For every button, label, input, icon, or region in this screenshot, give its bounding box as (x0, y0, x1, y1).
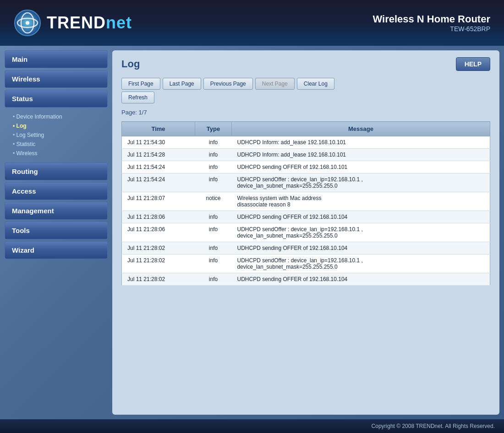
log-time: Jul 11 21:54:30 (122, 136, 195, 149)
log-message: UDHCPD sending OFFER of 192.168.10.101 (232, 161, 490, 173)
content-area: Log HELP First Page Last Page Previous P… (112, 50, 499, 415)
sidebar-item-main[interactable]: Main (5, 50, 108, 68)
col-header-message: Message (232, 122, 490, 136)
log-time: Jul 11 21:28:06 (122, 223, 195, 242)
log-message: UDHCPD sending OFFER of 192.168.10.104 (232, 273, 490, 286)
sidebar-item-wizard[interactable]: Wizard (5, 241, 108, 259)
sidebar-item-log[interactable]: Log (5, 121, 108, 130)
clear-log-button[interactable]: Clear Log (297, 78, 334, 90)
table-row: Jul 11 21:28:06infoUDHCPD sending OFFER … (122, 211, 490, 223)
log-time: Jul 11 21:28:02 (122, 242, 195, 254)
log-time: Jul 11 21:28:02 (122, 273, 195, 286)
device-name: Wireless N Home Router (373, 13, 490, 25)
sidebar-item-device-information[interactable]: Device Information (5, 112, 108, 121)
log-message: UDHCPD sending OFFER of 192.168.10.104 (232, 211, 490, 223)
table-row: Jul 11 21:28:02infoUDHCPD sending OFFER … (122, 273, 490, 286)
log-message: Wireless system with Mac address disasso… (232, 192, 490, 211)
log-type: info (195, 242, 232, 254)
log-type: notice (195, 192, 232, 211)
svg-point-3 (26, 21, 29, 25)
refresh-button[interactable]: Refresh (121, 92, 154, 103)
log-message: UDHCPD sendOffer : device_lan_ip=192.168… (232, 223, 490, 242)
log-message: UDHCPD sending OFFER of 192.168.10.104 (232, 242, 490, 254)
status-submenu: Device Information Log Log Setting Stati… (5, 109, 108, 161)
log-type: info (195, 273, 232, 286)
log-time: Jul 11 21:28:06 (122, 211, 195, 223)
device-info: Wireless N Home Router TEW-652BRP (373, 13, 490, 32)
table-row: Jul 11 21:28:02infoUDHCPD sending OFFER … (122, 242, 490, 254)
sidebar-item-log-setting[interactable]: Log Setting (5, 130, 108, 140)
footer: Copyright © 2008 TRENDnet. All Rights Re… (0, 419, 504, 433)
logo-text: TRENDnet (47, 13, 132, 32)
table-row: Jul 11 21:28:06infoUDHCPD sendOffer : de… (122, 223, 490, 242)
header: TRENDnet Wireless N Home Router TEW-652B… (0, 0, 504, 46)
col-header-time: Time (122, 122, 195, 136)
main-layout: Main Wireless Status Device Information … (0, 46, 504, 419)
sidebar-item-statistic[interactable]: Statistic (5, 140, 108, 149)
col-header-type: Type (195, 122, 232, 136)
help-button[interactable]: HELP (456, 57, 490, 71)
table-row: Jul 11 21:28:02infoUDHCPD sendOffer : de… (122, 254, 490, 273)
log-type: info (195, 161, 232, 173)
first-page-button[interactable]: First Page (121, 78, 160, 90)
logo-area: TRENDnet (14, 9, 132, 37)
sidebar-item-routing[interactable]: Routing (5, 162, 108, 180)
log-type: info (195, 254, 232, 273)
logo-net: net (106, 13, 132, 32)
table-row: Jul 11 21:54:30infoUDHCPD Inform: add_le… (122, 136, 490, 149)
log-message: UDHCPD sendOffer : device_lan_ip=192.168… (232, 254, 490, 273)
previous-page-button[interactable]: Previous Page (203, 78, 253, 90)
table-row: Jul 11 21:54:28infoUDHCPD Inform: add_le… (122, 149, 490, 161)
table-row: Jul 11 21:28:07noticeWireless system wit… (122, 192, 490, 211)
log-type: info (195, 223, 232, 242)
table-row: Jul 11 21:54:24infoUDHCPD sending OFFER … (122, 161, 490, 173)
sidebar-item-status[interactable]: Status (5, 90, 108, 108)
trendnet-logo-icon (14, 9, 41, 37)
last-page-button[interactable]: Last Page (163, 78, 201, 90)
log-time: Jul 11 21:28:07 (122, 192, 195, 211)
page-title-bar: Log HELP (121, 57, 490, 71)
table-row: Jul 11 21:54:24infoUDHCPD sendOffer : de… (122, 173, 490, 192)
sidebar-item-wireless[interactable]: Wireless (5, 70, 108, 88)
log-type: info (195, 136, 232, 149)
sidebar: Main Wireless Status Device Information … (0, 46, 112, 419)
page-title: Log (121, 58, 140, 70)
log-message: UDHCPD Inform: add_lease 192.168.10.101 (232, 149, 490, 161)
log-time: Jul 11 21:54:28 (122, 149, 195, 161)
log-time: Jul 11 21:54:24 (122, 161, 195, 173)
refresh-bar: Refresh (121, 92, 490, 103)
next-page-button[interactable]: Next Page (255, 78, 295, 90)
sidebar-item-management[interactable]: Management (5, 202, 108, 220)
log-message: UDHCPD sendOffer : device_lan_ip=192.168… (232, 173, 490, 192)
log-time: Jul 11 21:54:24 (122, 173, 195, 192)
log-message: UDHCPD Inform: add_lease 192.168.10.101 (232, 136, 490, 149)
button-bar: First Page Last Page Previous Page Next … (121, 78, 490, 90)
logo-trend: TREND (47, 13, 106, 32)
log-time: Jul 11 21:28:02 (122, 254, 195, 273)
sidebar-item-tools[interactable]: Tools (5, 222, 108, 239)
device-model: TEW-652BRP (373, 25, 490, 32)
sidebar-item-access[interactable]: Access (5, 182, 108, 200)
sidebar-item-wireless-status[interactable]: Wireless (5, 149, 108, 158)
page-indicator: Page: 1/7 (121, 109, 490, 116)
footer-copyright: Copyright © 2008 TRENDnet. All Rights Re… (372, 423, 495, 429)
log-type: info (195, 149, 232, 161)
log-type: info (195, 211, 232, 223)
log-type: info (195, 173, 232, 192)
log-table: Time Type Message Jul 11 21:54:30infoUDH… (121, 121, 490, 286)
